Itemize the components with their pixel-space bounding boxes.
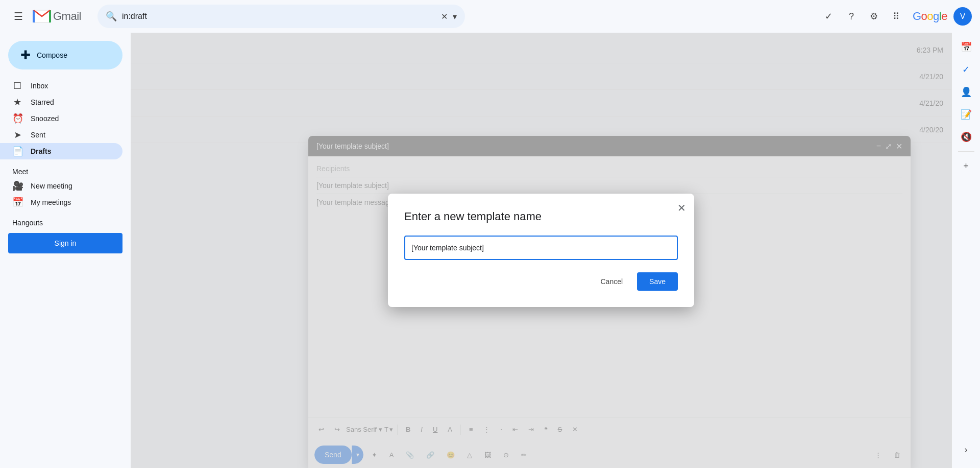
- drafts-label: Drafts: [31, 147, 51, 155]
- topbar: ☰ Gmail 🔍 ✕ ▾ ✓ ? ⚙ ⠿ Google V: [0, 0, 980, 33]
- avatar[interactable]: V: [953, 7, 972, 26]
- sent-label: Sent: [31, 131, 45, 139]
- gmail-logo: Gmail: [33, 7, 81, 26]
- google-wordmark: Google: [913, 10, 947, 23]
- compose-button[interactable]: ✚ Compose: [8, 41, 122, 69]
- search-bar: 🔍 ✕ ▾: [97, 5, 465, 28]
- clear-search-icon[interactable]: ✕: [441, 12, 448, 21]
- my-meetings-icon: 📅: [12, 197, 22, 208]
- cancel-button[interactable]: Cancel: [592, 273, 631, 290]
- dialog-title: Enter a new template name: [404, 210, 678, 223]
- sidebar-item-snoozed[interactable]: ⏰ Snoozed: [0, 110, 122, 127]
- sidebar-item-inbox[interactable]: ☐ Inbox: [0, 78, 122, 94]
- snoozed-label: Snoozed: [31, 114, 59, 123]
- right-sidebar-tasks-icon[interactable]: ✓: [956, 59, 976, 80]
- new-meeting-icon: 🎥: [12, 180, 22, 192]
- right-sidebar-voiceover-icon[interactable]: 🔇: [956, 127, 976, 147]
- compose-label: Compose: [37, 51, 67, 59]
- sidebar-item-sent[interactable]: ➤ Sent: [0, 127, 122, 143]
- right-sidebar-calendar-icon[interactable]: 📅: [956, 37, 976, 57]
- right-sidebar-divider: [958, 151, 974, 152]
- topbar-right: ✓ ? ⚙ ⠿ Google V: [819, 6, 972, 27]
- content-area: 6:23 PM 4/21/20 4/21/20 4/20/20 [Your te…: [131, 33, 951, 468]
- inbox-icon: ☐: [12, 80, 22, 91]
- settings-icon[interactable]: ⚙: [864, 6, 884, 27]
- apps-icon[interactable]: ⠿: [886, 6, 906, 27]
- main-layout: ✚ Compose ☐ Inbox ★ Starred ⏰ Snoozed ➤ …: [0, 33, 980, 468]
- right-sidebar-contacts-icon[interactable]: 👤: [956, 82, 976, 102]
- snoozed-icon: ⏰: [12, 113, 22, 124]
- meet-section-label: Meet: [0, 159, 131, 178]
- dialog-close-button[interactable]: ✕: [677, 202, 686, 214]
- inbox-label: Inbox: [31, 82, 48, 90]
- sidebar-item-drafts[interactable]: 📄 Drafts: [0, 143, 122, 159]
- right-sidebar-keepnotes-icon[interactable]: 📝: [956, 104, 976, 125]
- right-sidebar-expand-icon[interactable]: ›: [956, 439, 976, 460]
- search-input[interactable]: [122, 12, 436, 21]
- dialog-actions: Cancel Save: [404, 272, 678, 291]
- search-icon: 🔍: [106, 11, 117, 22]
- compose-plus-icon: ✚: [20, 48, 31, 62]
- template-name-input[interactable]: [404, 236, 678, 260]
- right-sidebar: 📅 ✓ 👤 📝 🔇 + ›: [951, 33, 980, 468]
- save-button[interactable]: Save: [637, 272, 678, 291]
- sidebar-item-starred[interactable]: ★ Starred: [0, 94, 122, 110]
- drafts-icon: 📄: [12, 146, 22, 157]
- my-meetings-label: My meetings: [31, 198, 71, 206]
- sidebar-item-my-meetings[interactable]: 📅 My meetings: [0, 194, 122, 210]
- new-meeting-label: New meeting: [31, 182, 72, 190]
- dialog-overlay: ✕ Enter a new template name Cancel Save: [131, 33, 951, 468]
- sidebar: ✚ Compose ☐ Inbox ★ Starred ⏰ Snoozed ➤ …: [0, 33, 131, 468]
- gmail-label: Gmail: [53, 10, 81, 23]
- sidebar-item-new-meeting[interactable]: 🎥 New meeting: [0, 178, 122, 194]
- hangouts-section-label: Hangouts: [0, 210, 131, 229]
- template-name-dialog: ✕ Enter a new template name Cancel Save: [388, 194, 694, 307]
- starred-icon: ★: [12, 97, 22, 108]
- help-icon[interactable]: ?: [841, 6, 862, 27]
- right-sidebar-add-icon[interactable]: +: [956, 156, 976, 176]
- sent-icon: ➤: [12, 129, 22, 141]
- gmail-m-icon: [33, 7, 51, 26]
- menu-icon[interactable]: ☰: [8, 6, 29, 27]
- sign-in-button[interactable]: Sign in: [8, 233, 122, 253]
- starred-label: Starred: [31, 98, 54, 106]
- search-dropdown-icon[interactable]: ▾: [453, 12, 457, 21]
- check-tasks-icon[interactable]: ✓: [819, 6, 839, 27]
